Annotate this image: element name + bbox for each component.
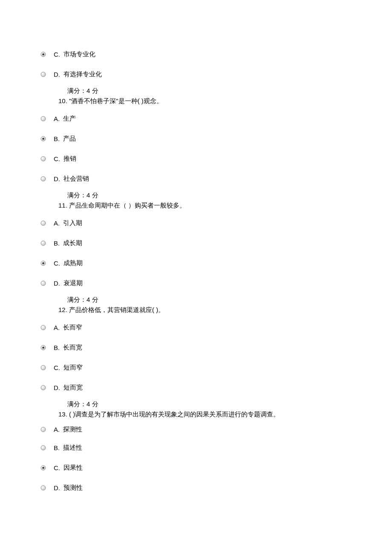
option-text: 有选择专业化 [62,70,102,78]
svg-point-12 [41,281,46,286]
svg-point-1 [42,53,44,55]
option-letter: C. [54,464,60,471]
option-row[interactable]: D. 预测性 [40,484,352,492]
option-row[interactable]: C. 因果性 [40,464,352,472]
svg-point-22 [41,486,46,490]
svg-point-7 [41,176,46,181]
option-text: 推销 [62,155,76,163]
question-text: 13. ( )调查是为了解市场中出现的有关现象之间的因果关系而进行的专题调查。 [58,410,352,419]
option-text: 描述性 [61,444,82,452]
option-letter: C. [54,260,60,267]
option-row[interactable]: D. 有选择专业化 [40,70,352,78]
option-row[interactable]: C. 推销 [40,155,352,163]
radio-selected-icon [40,465,46,471]
question-text: 10. "酒香不怕巷子深"是一种( )观念。 [58,97,352,105]
svg-point-19 [41,445,46,450]
option-letter: D. [54,280,60,287]
radio-unselected-icon [40,280,46,286]
radio-unselected-icon [40,72,46,77]
option-text: 市场专业化 [62,50,95,58]
option-row[interactable]: B. 成长期 [40,239,352,247]
option-row[interactable]: C. 市场专业化 [40,50,352,58]
radio-unselected-icon [40,176,46,182]
option-text: 因果性 [62,464,83,472]
option-text: 生产 [61,115,76,123]
question-text: 12. 产品价格低，其营销渠道就应( )。 [58,306,352,314]
radio-selected-icon [40,136,46,142]
radio-unselected-icon [40,325,46,330]
option-row[interactable]: D. 社会营销 [40,175,352,183]
radio-unselected-icon [40,445,46,451]
option-text: 预测性 [62,484,83,492]
svg-point-9 [41,241,46,246]
radio-unselected-icon [40,240,46,246]
radio-unselected-icon [40,427,46,432]
score-label: 满分：4 分 [67,87,352,95]
option-letter: D. [54,384,60,391]
option-row[interactable]: A. 长而窄 [40,324,352,332]
option-letter: B. [54,344,60,351]
option-text: 成长期 [61,239,82,247]
option-letter: C. [54,364,60,371]
option-text: 引入期 [61,219,82,227]
option-text: 短而窄 [62,364,83,372]
option-letter: A. [54,220,60,227]
svg-point-5 [42,138,44,140]
option-letter: A. [54,115,60,122]
option-letter: D. [54,484,60,491]
radio-unselected-icon [40,156,46,162]
option-text: 探测性 [61,425,82,434]
svg-point-6 [41,156,46,161]
svg-point-16 [41,365,46,370]
option-letter: C. [54,51,60,58]
radio-unselected-icon [40,220,46,226]
option-row[interactable]: C. 成熟期 [40,259,352,267]
option-row[interactable]: D. 衰退期 [40,279,352,287]
svg-point-21 [42,467,44,469]
option-text: 社会营销 [62,175,89,183]
option-text: 短而宽 [62,384,83,392]
radio-unselected-icon [40,385,46,390]
svg-point-11 [42,262,44,264]
question-text: 11. 产品生命周期中在（ ）购买者一般较多。 [58,202,352,210]
option-letter: B. [54,135,60,142]
svg-point-18 [41,427,46,432]
option-letter: D. [54,175,60,182]
svg-point-15 [42,347,44,349]
score-label: 满分：4 分 [67,191,352,199]
svg-point-17 [41,385,46,390]
option-row[interactable]: B. 描述性 [40,444,352,452]
option-letter: C. [54,155,60,162]
svg-point-2 [41,72,46,77]
option-row[interactable]: C. 短而窄 [40,364,352,372]
radio-selected-icon [40,260,46,266]
option-letter: D. [54,71,60,78]
radio-unselected-icon [40,485,46,491]
score-label: 满分：4 分 [67,296,352,304]
radio-selected-icon [40,345,46,350]
option-row[interactable]: A. 引入期 [40,219,352,227]
option-letter: A. [54,426,60,433]
radio-selected-icon [40,52,46,57]
option-row[interactable]: D. 短而宽 [40,384,352,392]
svg-point-13 [41,325,46,330]
svg-point-8 [41,221,46,225]
option-letter: A. [54,324,60,331]
option-row[interactable]: B. 长而宽 [40,344,352,352]
option-row[interactable]: A. 探测性 [40,425,352,434]
option-text: 长而宽 [61,344,82,352]
option-row[interactable]: A. 生产 [40,115,352,123]
svg-point-3 [41,116,46,121]
option-letter: B. [54,240,60,247]
score-label: 满分：4 分 [67,400,352,408]
option-text: 产品 [61,135,76,143]
radio-unselected-icon [40,365,46,370]
option-row[interactable]: B. 产品 [40,135,352,143]
option-letter: B. [54,444,60,451]
radio-unselected-icon [40,116,46,121]
option-text: 长而窄 [61,324,82,332]
option-text: 衰退期 [62,279,83,287]
option-text: 成熟期 [62,259,83,267]
